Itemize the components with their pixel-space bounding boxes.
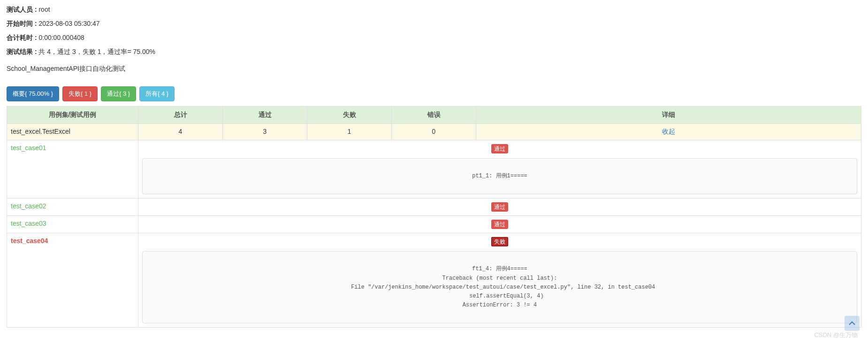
meta-tester: 测试人员 : root [7,6,861,14]
header-error: 错误 [392,107,476,124]
case-row: test_case04失败ft1_4: 用例4===== Traceback (… [7,233,861,328]
case-row: test_case01通过pt1_1: 用例1===== [7,140,861,199]
chevron-up-icon [848,320,856,327]
meta-start-label: 开始时间 : [7,20,38,27]
meta-tester-value: root [38,6,50,13]
suite-row: test_excel.TestExcel4310收起 [7,124,861,140]
fail-button[interactable]: 失败{ 1 } [62,86,98,101]
status-badge[interactable]: 通过 [491,144,508,153]
meta-result-value: 共 4，通过 3，失败 1，通过率= 75.00% [38,48,155,55]
case-name-cell: test_case02 [7,199,138,216]
meta-start: 开始时间 : 2023-08-03 05:30:47 [7,20,861,28]
meta-result: 测试结果 : 共 4，通过 3，失败 1，通过率= 75.00% [7,48,861,56]
report-description: School_ManagementAPI接口自动化测试 [7,65,861,73]
summary-button[interactable]: 概要{ 75.00% } [7,86,59,101]
case-name[interactable]: test_case04 [11,237,48,245]
case-name-cell: test_case01 [7,140,138,199]
case-name[interactable]: test_case03 [11,220,46,227]
header-fail: 失败 [307,107,392,124]
log-panel: ft1_4: 用例4===== Traceback (most recent c… [142,251,857,323]
watermark-text: CSDN @生万物 [814,331,858,333]
collapse-link[interactable]: 收起 [662,128,675,135]
meta-start-value: 2023-08-03 05:30:47 [38,20,99,27]
scroll-to-top-button[interactable] [845,316,860,331]
all-button[interactable]: 所有{ 4 } [139,86,175,101]
case-name-cell: test_case03 [7,216,138,233]
status-badge[interactable]: 通过 [491,202,508,212]
meta-duration-value: 0:00:00.000408 [38,34,84,41]
meta-tester-label: 测试人员 : [7,6,38,13]
status-badge[interactable]: 失败 [491,237,508,246]
log-panel: pt1_1: 用例1===== [142,158,857,194]
case-row: test_case02通过 [7,199,861,216]
meta-duration-label: 合计耗时 : [7,34,38,41]
suite-error: 0 [392,124,476,140]
suite-detail-cell: 收起 [476,124,861,140]
case-result-cell: 通过 [138,216,861,233]
header-pass: 通过 [223,107,307,124]
meta-result-label: 测试结果 : [7,48,38,55]
filter-button-row: 概要{ 75.00% } 失败{ 1 } 通过{ 3 } 所有{ 4 } [7,86,861,101]
case-name-cell: test_case04 [7,233,138,328]
suite-pass: 3 [223,124,307,140]
suite-fail: 1 [307,124,392,140]
case-name[interactable]: test_case01 [11,144,46,152]
table-header-row: 用例集/测试用例 总计 通过 失败 错误 详细 [7,107,861,124]
header-detail: 详细 [476,107,861,124]
case-result-cell: 失败ft1_4: 用例4===== Traceback (most recent… [138,233,861,328]
case-name[interactable]: test_case02 [11,202,46,210]
header-suite: 用例集/测试用例 [7,107,138,124]
case-result-cell: 通过 [138,199,861,216]
case-row: test_case03通过 [7,216,861,233]
status-badge[interactable]: 通过 [491,220,508,229]
pass-button[interactable]: 通过{ 3 } [101,86,136,101]
meta-block: 测试人员 : root 开始时间 : 2023-08-03 05:30:47 合… [7,6,861,56]
suite-name: test_excel.TestExcel [7,124,138,140]
header-total: 总计 [138,107,223,124]
results-table: 用例集/测试用例 总计 通过 失败 错误 详细 test_excel.TestE… [7,106,861,328]
suite-total: 4 [138,124,223,140]
case-result-cell: 通过pt1_1: 用例1===== [138,140,861,199]
meta-duration: 合计耗时 : 0:00:00.000408 [7,34,861,42]
